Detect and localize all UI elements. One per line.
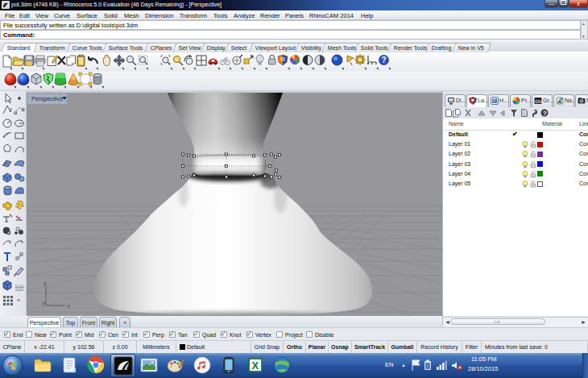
svg-text:?: ? bbox=[382, 56, 387, 64]
svg-text:z: z bbox=[43, 280, 47, 287]
svg-text:?: ? bbox=[493, 98, 496, 103]
svg-text:?: ? bbox=[543, 110, 547, 117]
svg-text:GH: GH bbox=[535, 99, 542, 104]
svg-text:y: y bbox=[42, 299, 45, 306]
svg-text:x: x bbox=[67, 302, 70, 309]
svg-text:X: X bbox=[252, 359, 259, 372]
svg-text:»: » bbox=[17, 297, 20, 303]
